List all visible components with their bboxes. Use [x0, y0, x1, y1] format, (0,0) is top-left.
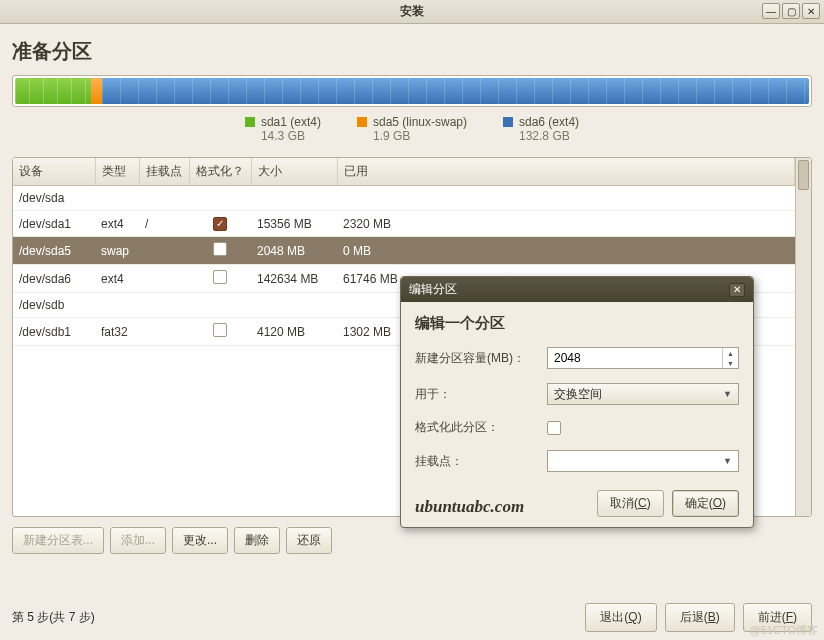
edit-partition-dialog: 编辑分区 ✕ 编辑一个分区 新建分区容量(MB)： ▲ ▼ 用于： 交换空间 ▼…	[400, 276, 754, 528]
format-checkbox[interactable]	[213, 270, 227, 284]
quit-button[interactable]: 退出(Q)	[585, 603, 656, 632]
cancel-button[interactable]: 取消(C)	[597, 490, 664, 517]
col-type[interactable]: 类型	[95, 158, 139, 186]
size-input[interactable]	[548, 348, 722, 368]
close-button[interactable]: ✕	[802, 3, 820, 19]
disk-usage-bar	[12, 75, 812, 107]
back-button[interactable]: 后退(B)	[665, 603, 735, 632]
swatch-icon	[357, 117, 367, 127]
size-label: 新建分区容量(MB)：	[415, 350, 547, 367]
use-as-value: 交换空间	[554, 386, 602, 403]
minimize-button[interactable]: —	[762, 3, 780, 19]
scrollbar-thumb[interactable]	[798, 160, 809, 190]
titlebar: 安装 — ▢ ✕	[0, 0, 824, 24]
page-title: 准备分区	[12, 38, 812, 65]
legend-size: 132.8 GB	[519, 129, 579, 143]
format-checkbox[interactable]	[213, 217, 227, 231]
table-row[interactable]: /dev/sda	[13, 186, 795, 211]
watermark-text: ubuntuabc.com	[415, 497, 524, 517]
new-table-button[interactable]: 新建分区表...	[12, 527, 104, 554]
segment-sda5[interactable]	[91, 78, 101, 104]
swatch-icon	[503, 117, 513, 127]
chevron-down-icon: ▼	[723, 389, 732, 399]
swatch-icon	[245, 117, 255, 127]
revert-button[interactable]: 还原	[286, 527, 332, 554]
ok-button[interactable]: 确定(O)	[672, 490, 739, 517]
legend-size: 14.3 GB	[261, 129, 321, 143]
use-as-label: 用于：	[415, 386, 547, 403]
mount-select[interactable]: ▼	[547, 450, 739, 472]
legend-label: sda5 (linux-swap)	[373, 115, 467, 129]
chevron-down-icon: ▼	[723, 456, 732, 466]
scrollbar[interactable]	[795, 158, 811, 516]
format-label: 格式化此分区：	[415, 419, 547, 436]
segment-sda6[interactable]	[102, 78, 809, 104]
legend-label: sda1 (ext4)	[261, 115, 321, 129]
table-row[interactable]: /dev/sda1ext4/15356 MB2320 MB	[13, 211, 795, 237]
format-checkbox[interactable]	[213, 323, 227, 337]
table-row[interactable]: /dev/sda5swap2048 MB0 MB	[13, 237, 795, 265]
dialog-close-icon[interactable]: ✕	[729, 283, 745, 297]
spin-down-icon[interactable]: ▼	[723, 358, 738, 368]
window-title: 安装	[0, 3, 824, 20]
add-button[interactable]: 添加...	[110, 527, 166, 554]
legend-label: sda6 (ext4)	[519, 115, 579, 129]
size-spinbox[interactable]: ▲ ▼	[547, 347, 739, 369]
disk-legend: sda1 (ext4) 14.3 GB sda5 (linux-swap) 1.…	[12, 115, 812, 143]
col-size[interactable]: 大小	[251, 158, 337, 186]
col-device[interactable]: 设备	[13, 158, 95, 186]
col-used[interactable]: 已用	[337, 158, 795, 186]
corner-watermark: @51CTO博客	[750, 623, 818, 638]
legend-size: 1.9 GB	[373, 129, 467, 143]
col-format[interactable]: 格式化？	[189, 158, 251, 186]
dialog-title: 编辑分区	[409, 281, 457, 298]
dialog-titlebar[interactable]: 编辑分区 ✕	[401, 277, 753, 302]
window-controls: — ▢ ✕	[762, 3, 820, 19]
delete-button[interactable]: 删除	[234, 527, 280, 554]
col-mount[interactable]: 挂载点	[139, 158, 189, 186]
mount-label: 挂载点：	[415, 453, 547, 470]
format-checkbox[interactable]	[547, 421, 561, 435]
maximize-button[interactable]: ▢	[782, 3, 800, 19]
change-button[interactable]: 更改...	[172, 527, 228, 554]
segment-sda1[interactable]	[15, 78, 91, 104]
partition-toolbar: 新建分区表... 添加... 更改... 删除 还原	[12, 527, 812, 554]
spin-up-icon[interactable]: ▲	[723, 348, 738, 358]
use-as-select[interactable]: 交换空间 ▼	[547, 383, 739, 405]
step-indicator: 第 5 步(共 7 步)	[12, 609, 95, 626]
dialog-heading: 编辑一个分区	[415, 314, 739, 333]
format-checkbox[interactable]	[213, 242, 227, 256]
footer: 第 5 步(共 7 步) 退出(Q) 后退(B) 前进(F)	[12, 603, 812, 632]
